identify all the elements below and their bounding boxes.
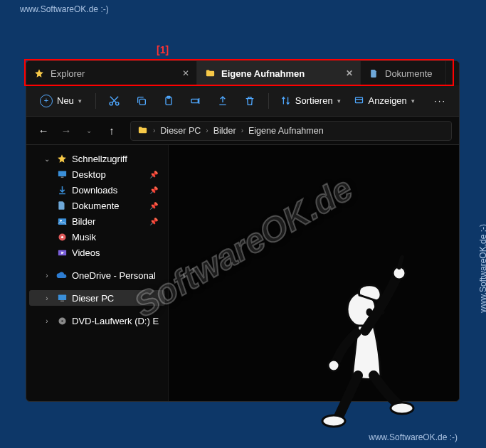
chevron-right-icon[interactable]: › (42, 317, 52, 325)
sidebar-onedrive[interactable]: › OneDrive - Personal (29, 267, 165, 283)
sidebar-item-dokumente[interactable]: Dokumente 📌 (29, 198, 165, 213)
chevron-down-icon: ▾ (337, 97, 341, 105)
nav-row: ← → ⌄ ↑ › Dieser PC › Bilder › Eigene Au… (26, 117, 459, 145)
chevron-right-icon[interactable]: › (42, 294, 52, 302)
breadcrumb-segment[interactable]: Bilder (213, 126, 236, 136)
sidebar-item-label: Dokumente (72, 201, 119, 211)
sidebar-item-label: Videos (72, 247, 100, 258)
new-label: Neu (57, 95, 74, 106)
sort-label: Sortieren (295, 95, 333, 106)
sidebar: ⌄ Schnellzugriff Desktop 📌 Downloads 📌 D… (26, 145, 169, 401)
sidebar-dvd[interactable]: › DVD-Laufwerk (D:) E (29, 313, 165, 329)
pin-icon: 📌 (149, 218, 162, 225)
watermark-bottom: www.SoftwareOK.de :-) (369, 432, 458, 442)
sidebar-item-videos[interactable]: Videos (29, 245, 165, 260)
folder-icon (137, 125, 148, 137)
folder-icon (204, 68, 216, 79)
chevron-down-icon: ▾ (78, 97, 82, 105)
svg-rect-14 (58, 294, 65, 300)
svg-rect-7 (58, 171, 65, 176)
tab-label: Dokumente (385, 68, 432, 79)
recent-button[interactable]: ⌄ (79, 121, 99, 141)
svg-point-0 (110, 102, 112, 105)
close-icon[interactable]: ✕ (346, 68, 353, 78)
tab-label: Explorer (51, 68, 85, 79)
separator (95, 93, 96, 109)
address-bar[interactable]: › Dieser PC › Bilder › Eigene Aufnahmen (130, 121, 452, 141)
downloads-icon (56, 184, 68, 196)
sidebar-item-label: Musik (72, 232, 96, 242)
svg-rect-6 (355, 97, 362, 103)
breadcrumb-segment[interactable]: Dieser PC (160, 126, 201, 136)
sidebar-item-bilder[interactable]: Bilder 📌 (29, 213, 165, 229)
desktop-icon (56, 169, 68, 180)
svg-point-10 (60, 220, 62, 222)
sidebar-item-label: DVD-Laufwerk (D:) E (72, 316, 159, 326)
svg-rect-15 (60, 300, 64, 301)
pin-icon: 📌 (149, 186, 162, 194)
explorer-window: Explorer ✕ Eigene Aufnahmen ✕ Dokumente … (26, 60, 460, 402)
svg-rect-2 (139, 99, 145, 105)
more-button[interactable]: ··· (428, 92, 452, 109)
svg-point-12 (60, 235, 63, 238)
view-button[interactable]: Anzeigen ▾ (349, 92, 419, 109)
pc-icon (56, 292, 68, 304)
rename-button[interactable] (184, 90, 207, 112)
back-button[interactable]: ← (33, 121, 53, 141)
star-icon (33, 68, 45, 79)
sidebar-item-label: Downloads (72, 185, 117, 196)
plus-icon: + (40, 95, 53, 107)
content-pane[interactable] (169, 145, 459, 401)
cut-button[interactable] (103, 90, 126, 112)
sidebar-item-desktop[interactable]: Desktop 📌 (29, 166, 165, 182)
videos-icon (56, 247, 68, 258)
explorer-body: ⌄ Schnellzugriff Desktop 📌 Downloads 📌 D… (26, 145, 459, 401)
chevron-down-icon: ▾ (411, 97, 415, 105)
pin-icon: 📌 (149, 171, 162, 178)
pin-icon: 📌 (149, 202, 162, 210)
disc-icon (56, 315, 68, 326)
star-icon (56, 153, 68, 164)
share-button[interactable] (211, 90, 234, 112)
document-icon (56, 200, 68, 211)
svg-point-23 (391, 402, 413, 414)
tab-explorer[interactable]: Explorer ✕ (26, 61, 197, 85)
copy-button[interactable] (130, 90, 153, 112)
watermark-side: www.SoftwareOK.de :-) (478, 224, 486, 313)
chevron-right-icon[interactable]: › (151, 127, 157, 134)
view-label: Anzeigen (369, 95, 407, 106)
chevron-right-icon[interactable]: › (204, 127, 210, 134)
chevron-down-icon[interactable]: ⌄ (42, 155, 52, 163)
sidebar-item-label: Dieser PC (72, 293, 114, 304)
watermark-top: www.SoftwareOK.de :-) (20, 4, 109, 14)
close-icon[interactable]: ✕ (182, 68, 189, 78)
tab-dokumente[interactable]: Dokumente (361, 61, 446, 85)
new-button[interactable]: + Neu ▾ (33, 91, 88, 111)
chevron-right-icon[interactable]: › (42, 272, 52, 279)
chevron-right-icon[interactable]: › (239, 127, 245, 134)
svg-rect-8 (60, 176, 63, 177)
paste-button[interactable] (157, 90, 180, 112)
up-button[interactable]: ↑ (102, 121, 122, 141)
sidebar-this-pc[interactable]: › Dieser PC (29, 290, 165, 306)
sidebar-item-downloads[interactable]: Downloads 📌 (29, 182, 165, 198)
tab-eigene-aufnahmen[interactable]: Eigene Aufnahmen ✕ (197, 61, 361, 85)
sidebar-quick-access[interactable]: ⌄ Schnellzugriff (29, 151, 165, 166)
document-icon (368, 68, 379, 79)
sidebar-item-label: Bilder (72, 216, 95, 227)
pictures-icon (56, 215, 68, 227)
forward-button[interactable]: → (56, 121, 76, 141)
tab-bar: Explorer ✕ Eigene Aufnahmen ✕ Dokumente (26, 61, 459, 85)
sidebar-item-musik[interactable]: Musik (29, 229, 165, 245)
tab-label: Eigene Aufnahmen (221, 68, 305, 79)
svg-point-17 (61, 320, 63, 322)
sort-button[interactable]: Sortieren ▾ (276, 92, 345, 109)
sidebar-item-label: OneDrive - Personal (72, 270, 156, 281)
breadcrumb-segment[interactable]: Eigene Aufnahmen (248, 126, 324, 136)
delete-button[interactable] (238, 90, 261, 112)
separator (268, 93, 269, 109)
sidebar-item-label: Desktop (72, 169, 106, 180)
toolbar: + Neu ▾ Sortieren ▾ Anzeigen ▾ ··· (26, 85, 459, 117)
svg-point-22 (322, 415, 345, 427)
svg-point-1 (116, 102, 119, 105)
